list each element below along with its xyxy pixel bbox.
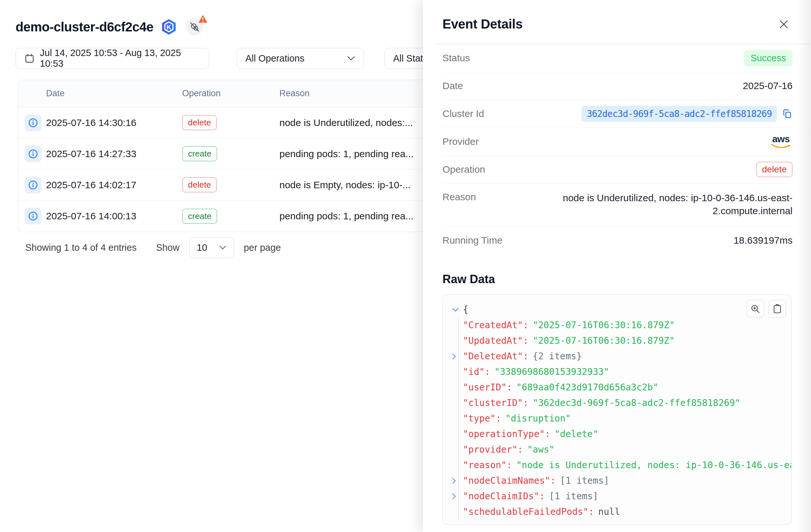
cluster-id-value: 362dec3d-969f-5ca8-adc2-ffef85818269 [582, 106, 777, 122]
operations-filter-dropdown[interactable]: All Operations [236, 48, 364, 69]
running-time-value: 18.639197ms [734, 235, 793, 246]
json-key: "DeletedAt": [463, 351, 529, 362]
close-icon[interactable] [777, 17, 791, 31]
operations-filter-label: All Operations [245, 53, 304, 64]
field-row-provider: Provider aws [442, 128, 793, 156]
json-key: "schedulableFailedPods": [463, 506, 594, 517]
column-header-date: Date [46, 89, 182, 98]
status-label: Status [442, 52, 470, 63]
json-value: "2025-07-16T06:30:16.879Z" [533, 335, 675, 346]
json-key: "UpdatedAt": [463, 335, 529, 346]
chevron-down-icon [347, 56, 355, 61]
json-value: "362dec3d-969f-5ca8-adc2-ffef85818269" [533, 397, 740, 408]
operation-badge: delete [182, 177, 217, 192]
chevron-down-icon [219, 245, 227, 250]
json-value: [1 items] [560, 475, 609, 486]
date-range-picker[interactable]: Jul 14, 2025 10:53 - Aug 13, 2025 10:53 [16, 48, 209, 69]
json-line: "DeletedAt": {2 items} [452, 349, 783, 364]
copy-json-icon[interactable] [768, 300, 786, 317]
date-range-label: Jul 14, 2025 10:53 - Aug 13, 2025 10:53 [40, 48, 200, 69]
warning-triangle-icon [198, 14, 208, 25]
show-label: Show [156, 242, 180, 253]
json-line: "nodeClaimNames": [1 items] [452, 473, 783, 489]
chevron-down-icon[interactable] [452, 308, 463, 312]
calendar-icon [24, 53, 35, 63]
json-value: {2 items} [533, 351, 582, 362]
json-value: "689aa0f423d9170d656a3c2b" [516, 382, 658, 393]
json-line: "nodeClaimIDs": [1 items] [452, 489, 783, 504]
json-value: "2025-07-16T06:30:16.879Z" [533, 320, 675, 330]
per-page-label: per page [244, 242, 281, 253]
json-value: "node is Underutilized, nodes: ip-10-0-3… [516, 458, 792, 472]
reason-label: Reason [442, 191, 476, 203]
info-icon[interactable] [25, 208, 42, 224]
operation-badge: delete [182, 115, 217, 130]
operation-badge: create [182, 146, 217, 161]
json-line: "type": "disruption" [452, 411, 783, 426]
field-row-operation: Operation delete [442, 156, 793, 184]
pagination-summary: Showing 1 to 4 of 4 entries [25, 242, 136, 253]
event-date: 2025-07-16 14:27:33 [46, 148, 182, 159]
info-icon[interactable] [25, 114, 42, 131]
chevron-right-icon[interactable] [452, 353, 463, 360]
chevron-right-icon[interactable] [452, 493, 463, 500]
copy-icon[interactable] [782, 109, 793, 119]
event-details-panel: Event Details Status Success Date 2025-0… [423, 0, 811, 532]
operation-badge: create [182, 209, 217, 224]
operation-badge: delete [756, 162, 793, 177]
json-key: "id": [463, 366, 490, 377]
pagination-bar: Showing 1 to 4 of 4 entries Show 10 per … [25, 237, 281, 258]
panel-title: Event Details [442, 17, 522, 31]
event-date: 2025-07-16 14:00:13 [46, 210, 182, 222]
date-value: 2025-07-16 [743, 80, 793, 91]
field-row-date: Date 2025-07-16 [442, 72, 793, 100]
json-line: "provider": "aws" [452, 442, 783, 457]
json-line: "UpdatedAt": "2025-07-16T06:30:16.879Z" [452, 333, 783, 349]
json-line: "schedulableFailedPods": null [452, 504, 783, 520]
json-line: "id": "3389698680153932933" [452, 364, 783, 380]
operation-label: Operation [442, 164, 485, 175]
chevron-right-icon[interactable] [452, 477, 463, 484]
cluster-header: demo-cluster-d6cf2c4e K [16, 18, 203, 36]
column-header-operation: Operation [182, 89, 279, 98]
json-key: "provider": [463, 444, 523, 455]
aws-logo-icon: aws [770, 134, 793, 149]
cluster-id-label: Cluster Id [442, 108, 484, 119]
json-key: "type": [463, 413, 501, 424]
field-row-reason: Reason node is Underutilized, nodes: ip-… [442, 184, 793, 226]
json-line: "operationType": "delete" [452, 426, 783, 442]
connection-status-icon [186, 18, 203, 36]
page-size-value: 10 [197, 242, 207, 253]
info-icon[interactable] [25, 145, 42, 162]
json-root-line: { [452, 302, 783, 317]
field-row-cluster-id: Cluster Id 362dec3d-969f-5ca8-adc2-ffef8… [442, 100, 793, 128]
open-brace: { [463, 304, 469, 315]
zoom-in-icon[interactable] [747, 300, 764, 317]
event-date: 2025-07-16 14:02:17 [46, 179, 182, 190]
json-key: "nodeClaimNames": [463, 475, 556, 486]
json-value: null [598, 506, 620, 517]
running-time-label: Running Time [442, 235, 502, 246]
json-line: "clusterID": "362dec3d-969f-5ca8-adc2-ff… [452, 395, 783, 411]
json-value: "disruption" [505, 413, 571, 424]
page-title: demo-cluster-d6cf2c4e [16, 20, 153, 34]
date-label: Date [442, 80, 463, 91]
field-row-running-time: Running Time 18.639197ms [442, 226, 793, 254]
info-icon[interactable] [25, 176, 42, 193]
json-value: "3389698680153932933" [494, 366, 609, 377]
page-size-select[interactable]: 10 [189, 237, 234, 258]
json-key: "userID": [463, 382, 512, 393]
provider-label: Provider [442, 136, 479, 147]
provider-value: aws [772, 134, 790, 144]
json-line: "CreatedAt": "2025-07-16T06:30:16.879Z" [452, 317, 783, 333]
event-date: 2025-07-16 14:30:16 [46, 117, 182, 128]
json-key: "nodeClaimIDs": [463, 491, 545, 502]
kubernetes-logo-icon: K [160, 18, 177, 35]
status-badge: Success [744, 50, 793, 66]
json-key: "clusterID": [463, 397, 529, 408]
json-key: "operationType": [463, 429, 550, 439]
raw-data-title: Raw Data [442, 272, 811, 286]
json-key: "reason": [463, 460, 512, 470]
field-row-status: Status Success [442, 44, 793, 72]
json-value: [1 items] [549, 491, 598, 502]
